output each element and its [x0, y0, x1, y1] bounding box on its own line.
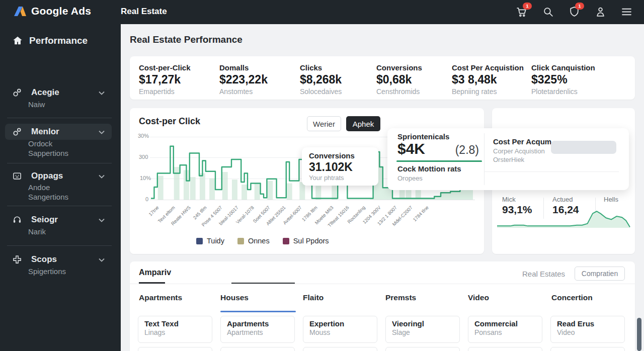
- list-item[interactable]: Ele Sprestte: [138, 347, 212, 351]
- sidebar-item-label: Seiogr: [31, 215, 58, 225]
- list-item[interactable]: Apartments Apartments: [220, 316, 295, 343]
- overlay-title: Spriontenicals: [397, 132, 449, 141]
- list-item[interactable]: Text Texd Linags: [138, 316, 212, 343]
- sidebar-item-seiogr[interactable]: Seiogr: [5, 212, 112, 228]
- sidebar-item-label: Scops: [31, 254, 57, 265]
- sidebar-subitem[interactable]: Andoe: [28, 183, 50, 192]
- chevron-down-icon: [99, 127, 105, 136]
- google-ads-logo-icon: [14, 6, 26, 17]
- legend-item: Sul Ppdors: [283, 237, 329, 245]
- stat-sub: Censthromids: [376, 87, 422, 96]
- stat-value: $3 8,48k: [452, 73, 524, 86]
- placeholder-bar: [551, 141, 616, 154]
- stat-sub: Solocedaives: [300, 87, 342, 96]
- stat-cost-per-acquistion: Cost Per Acquistion $3 8,48k Bepniing ra…: [452, 63, 524, 96]
- search-icon[interactable]: [542, 6, 554, 18]
- chevron-down-icon: [99, 255, 105, 264]
- account-icon[interactable]: [594, 6, 607, 18]
- sidebar-item-oppags[interactable]: Oppags: [5, 168, 112, 184]
- stat-value: $0,68k: [376, 73, 422, 86]
- overlay-right-title: Cost Per Acqum: [493, 137, 551, 146]
- stat-value: $223,22k: [219, 73, 268, 86]
- sidebar: Performance Acegie Naiw Menlor Ordock Sa…: [0, 24, 121, 351]
- tab-concertion[interactable]: Concertion: [551, 293, 593, 302]
- sidebar-subitem[interactable]: Narik: [28, 227, 46, 236]
- werier-button[interactable]: Werier: [307, 116, 341, 131]
- sidebar-item-label: Menlor: [31, 127, 59, 137]
- tab-houses[interactable]: Houses: [220, 293, 249, 302]
- headset-icon: [12, 215, 22, 225]
- shield-badge: 1: [575, 3, 584, 10]
- list-item[interactable]: Ele Shered: [550, 347, 625, 351]
- list-item[interactable]: Alb Marsered: [468, 347, 542, 351]
- tab-premsts[interactable]: Premsts: [385, 293, 416, 302]
- cart-badge: 1: [523, 3, 532, 10]
- sidebar-item-menlor[interactable]: Menlor: [5, 124, 112, 140]
- sidebar-subitem[interactable]: Sappertions: [28, 149, 68, 157]
- list-item[interactable]: Vieoringl Slage: [385, 316, 460, 343]
- card-title: Commercial: [474, 319, 536, 328]
- x-axis-labels: 17tneText eltomReate HWS245 tllmPose 4 5…: [151, 202, 473, 233]
- tab-apartments[interactable]: Apartments: [139, 293, 182, 302]
- overlay-vertical-divider: [484, 133, 485, 185]
- legend-label: Sul Ppdors: [293, 237, 329, 245]
- compratien-button[interactable]: Compratien: [575, 267, 625, 281]
- chevron-down-icon: [99, 171, 105, 181]
- sidebar-divider: [7, 245, 112, 246]
- shield-icon[interactable]: 1: [568, 6, 581, 18]
- list-item[interactable]: Mb Geldl: [220, 347, 295, 351]
- card-title: Apartments: [227, 319, 288, 328]
- tab-flaito[interactable]: Flaito: [303, 293, 324, 302]
- list-item[interactable]: Commercial Ponsans: [468, 316, 542, 343]
- cart-icon[interactable]: 1: [516, 6, 528, 18]
- topbar-account-title: Real Estate: [121, 7, 167, 17]
- overlay-right-sub2: OrsterHiek: [493, 156, 524, 163]
- sidebar-divider: [7, 118, 112, 118]
- page-title: Real Estate Performance: [130, 34, 243, 45]
- ampariv-panel: Ampariv Real Estates Compratien Apartmen…: [130, 261, 635, 351]
- stat-domalls: Domalls $223,22k Anstomtes: [219, 63, 268, 96]
- overlay-horizontal-divider: [484, 171, 619, 172]
- card-title: Read Erus: [557, 319, 618, 328]
- tooltip-sub: Your phtrats: [309, 174, 344, 182]
- conversions-tooltip: Conversions 31.102K Your phtrats: [302, 147, 378, 186]
- x-axis-label: 1784 tlne: [412, 205, 429, 222]
- sidebar-item-label: Oppags: [31, 171, 63, 181]
- stat-label: Cost-per-Click: [139, 63, 191, 72]
- card-title: Expertion: [309, 319, 371, 328]
- list-item[interactable]: Ele Shered: [385, 347, 460, 351]
- stat-sub: Bepniing rates: [452, 87, 524, 96]
- sidebar-subitem[interactable]: Ordock: [28, 139, 52, 148]
- tab-video[interactable]: Video: [468, 293, 489, 302]
- scrollbar-thumb[interactable]: [637, 318, 641, 351]
- legend-swatch: [237, 238, 244, 244]
- stat-label: Domalls: [219, 63, 268, 72]
- chart-legend: TuidyOnnesSul Ppdors: [196, 237, 329, 245]
- sidebar-performance[interactable]: Performance: [12, 35, 88, 46]
- legend-swatch: [196, 238, 203, 244]
- legend-item: Onnes: [237, 237, 270, 245]
- list-item[interactable]: Read Erus Video: [550, 316, 625, 343]
- brand[interactable]: Google Ads: [14, 5, 91, 17]
- sidebar-item-scops[interactable]: Scops: [5, 251, 112, 268]
- plus-icon: [12, 254, 22, 265]
- sidebar-divider: [7, 206, 112, 206]
- sidebar-divider: [7, 163, 112, 163]
- aphek-button[interactable]: Aphek: [346, 116, 380, 131]
- stat-label: Conversions: [376, 63, 422, 72]
- sidebar-subitem[interactable]: Sangertions: [28, 193, 68, 201]
- sidebar-item-acegie[interactable]: Acegie: [5, 84, 112, 101]
- stat-label: Click Canquistion: [531, 63, 595, 72]
- brand-name: Google Ads: [31, 5, 91, 17]
- menu-icon[interactable]: [620, 6, 633, 18]
- overlay-paren-value: (2.8): [455, 143, 479, 157]
- stats-card: Cost-per-Click $17,27k Emapertids Domall…: [130, 56, 635, 100]
- card-sub: Slage: [392, 328, 453, 336]
- stat-value: $17,27k: [139, 73, 191, 86]
- list-item[interactable]: Ele Finerett: [303, 347, 377, 351]
- sidebar-subitem[interactable]: Naiw: [28, 100, 45, 109]
- sidebar-subitem[interactable]: Spigertions: [28, 267, 66, 276]
- list-item[interactable]: Expertion Mouss: [303, 316, 377, 343]
- home-icon: [12, 35, 23, 46]
- stat-sub: Plotetardenlics: [531, 87, 595, 96]
